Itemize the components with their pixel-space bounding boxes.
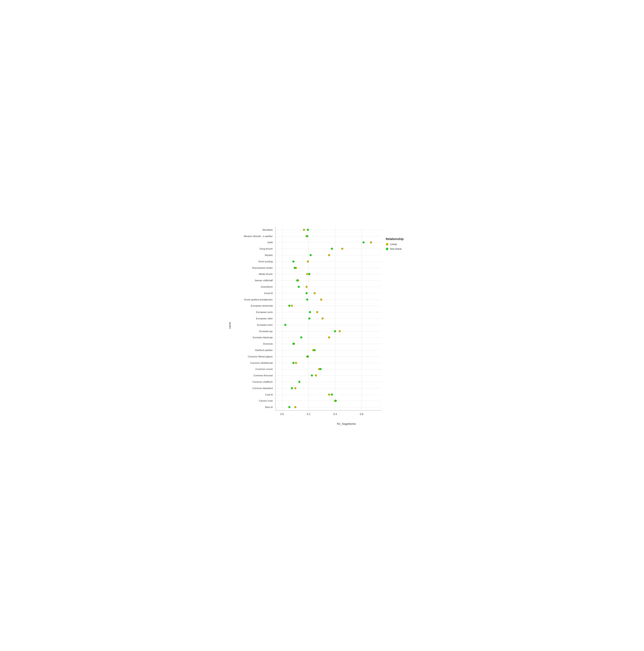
y-grid-line xyxy=(276,331,382,332)
dot-nonlinear xyxy=(294,267,296,269)
y-grid-line xyxy=(276,274,382,274)
y-label: Eurasian wren xyxy=(233,323,275,326)
dot-nonlinear xyxy=(292,362,294,364)
x-axis-label: R2_Nagelkerke xyxy=(276,422,418,427)
dot-linear xyxy=(295,362,297,364)
y-label: Red-backed shrike xyxy=(233,267,275,269)
y-grid-line xyxy=(276,350,382,350)
y-grid-line xyxy=(276,300,382,300)
dot-linear xyxy=(305,286,308,288)
dot-nonlinear xyxy=(331,394,333,396)
dot-linear xyxy=(303,229,305,231)
dot-nonlinear xyxy=(335,400,337,402)
y-label: Iberian chiffchaff xyxy=(233,279,275,282)
legend: Relationship Linear Non-linear xyxy=(384,224,418,421)
dot-linear xyxy=(339,330,341,332)
y-label: Eurasian blackcap xyxy=(233,336,275,339)
dot-nonlinear xyxy=(307,355,309,358)
y-label: Common chaffinch xyxy=(233,380,275,383)
y-grid-line xyxy=(276,363,382,363)
y-grid-line xyxy=(276,280,382,281)
dot-nonlinear xyxy=(314,349,316,351)
y-grid-line xyxy=(276,401,382,401)
legend-dot-linear xyxy=(386,243,388,246)
dot-linear xyxy=(320,299,322,301)
y-label: Common whitethroat xyxy=(233,362,275,364)
dot-nonlinear xyxy=(320,368,322,370)
y-grid-line xyxy=(276,344,382,344)
y-label: Common blackbird xyxy=(233,387,275,390)
y-label: Blue tit xyxy=(233,406,275,408)
y-label: Western Bonelli...s warbler xyxy=(233,235,275,238)
y-label: Common Linnet xyxy=(233,368,275,370)
dot-nonlinear xyxy=(310,254,312,256)
dot-nonlinear xyxy=(309,311,311,313)
y-label: Coal tit xyxy=(233,393,275,396)
dot-nonlinear xyxy=(296,279,298,281)
dot-nonlinear xyxy=(308,273,311,275)
plot-area: 0.00.20.40.6WoodlarkWestern Bonelli...s … xyxy=(276,227,382,410)
y-label: Common Wood pigeon xyxy=(233,355,275,358)
y-label: Mistle thrush xyxy=(233,273,275,275)
y-grid-line xyxy=(276,312,382,312)
y-grid-line xyxy=(276,261,382,262)
dot-linear xyxy=(316,311,318,313)
y-label: Skylark xyxy=(233,254,275,256)
dot-nonlinear xyxy=(288,406,290,408)
y-grid-line xyxy=(276,293,382,293)
dot-nonlinear xyxy=(292,260,294,262)
y-grid-line xyxy=(276,356,382,357)
dot-linear xyxy=(314,292,316,294)
dot-linear xyxy=(307,260,309,262)
y-axis-label: name xyxy=(226,224,233,427)
y-label: Great tit xyxy=(233,292,275,294)
chart-area: name 0.00.20.40.6WoodlarkWestern Bonelli… xyxy=(226,224,418,427)
x-tick-label: 0.4 xyxy=(333,413,337,416)
dot-nonlinear xyxy=(298,286,300,288)
dot-nonlinear xyxy=(331,248,333,250)
dot-nonlinear xyxy=(311,374,313,376)
y-label: European robin xyxy=(233,317,275,320)
y-grid-line xyxy=(276,325,382,325)
y-label: European stonechat xyxy=(233,305,275,307)
y-label: Dunnock xyxy=(233,342,275,345)
dot-linear xyxy=(328,336,330,338)
legend-dot-nonlinear xyxy=(386,248,388,250)
dot-linear xyxy=(370,241,372,243)
y-grid-line xyxy=(276,318,382,319)
y-grid-line xyxy=(276,249,382,249)
y-grid-line xyxy=(276,382,382,382)
y-label: Swift xyxy=(233,241,275,244)
y-label: Dartford warbler xyxy=(233,349,275,351)
x-tick-label: 0.6 xyxy=(360,413,363,416)
dot-nonlinear xyxy=(291,387,293,389)
dot-nonlinear xyxy=(306,299,308,301)
chart-inner: 0.00.20.40.6WoodlarkWestern Bonelli...s … xyxy=(233,224,418,427)
x-tick-label: 0.0 xyxy=(280,413,284,416)
y-grid-line xyxy=(276,375,382,376)
dot-nonlinear xyxy=(307,229,309,231)
dot-nonlinear xyxy=(284,324,286,326)
y-grid-line xyxy=(276,287,382,287)
y-label: European serin xyxy=(233,311,275,313)
dot-nonlinear xyxy=(298,381,300,383)
legend-item-linear: Linear xyxy=(386,243,397,246)
dot-nonlinear xyxy=(308,317,311,319)
dot-nonlinear xyxy=(334,330,336,332)
y-grid-line xyxy=(276,369,382,369)
dot-nonlinear xyxy=(305,292,308,294)
legend-label-linear: Linear xyxy=(390,243,397,246)
dot-nonlinear xyxy=(292,343,294,345)
y-label: Eurasian jay xyxy=(233,330,275,333)
x-tick-label: 0.2 xyxy=(307,413,311,416)
y-grid-line xyxy=(276,407,382,407)
dot-linear xyxy=(341,248,343,250)
y-label: Woodlark xyxy=(233,228,275,231)
dot-linear xyxy=(294,387,296,389)
legend-item-nonlinear: Non-linear xyxy=(386,247,402,250)
y-label: Song thrush xyxy=(233,247,275,250)
y-label: Greenfinch xyxy=(233,285,275,288)
legend-title: Relationship xyxy=(386,237,404,241)
y-grid-line xyxy=(276,236,382,237)
dot-nonlinear xyxy=(362,241,364,243)
